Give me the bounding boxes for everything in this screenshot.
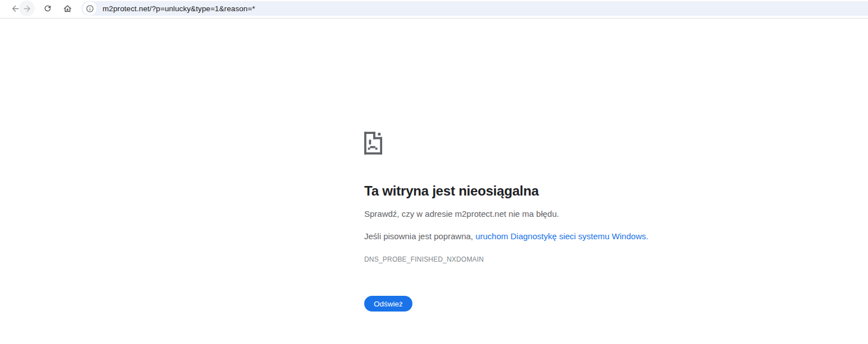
error-code: DNS_PROBE_FINISHED_NXDOMAIN bbox=[364, 255, 700, 263]
reload-icon bbox=[43, 4, 52, 13]
hint-text: Sprawdź, czy w adresie m2protect.net nie… bbox=[364, 209, 559, 219]
back-arrow-icon bbox=[11, 4, 20, 13]
refresh-button[interactable]: Odśwież bbox=[364, 296, 412, 312]
reload-button[interactable] bbox=[40, 1, 55, 16]
site-info-button[interactable] bbox=[83, 2, 96, 15]
error-title: Ta witryna jest nieosiągalna bbox=[364, 183, 700, 199]
home-button[interactable] bbox=[59, 1, 75, 16]
hint-prefix: Jeśli pisownia jest poprawna, bbox=[364, 231, 475, 241]
site-info-icon bbox=[86, 4, 94, 13]
home-icon bbox=[63, 4, 72, 13]
sad-file-icon bbox=[364, 131, 382, 155]
forward-arrow-icon bbox=[22, 4, 32, 13]
network-diagnostics-link[interactable]: uruchom Diagnostykę sieci systemu Window… bbox=[475, 231, 648, 241]
button-row: Odśwież bbox=[364, 296, 700, 312]
error-page: Ta witryna jest nieosiągalna Sprawdź, cz… bbox=[0, 18, 868, 343]
error-hint-line2: Jeśli pisownia jest poprawna, uruchom Di… bbox=[364, 231, 700, 242]
address-bar[interactable]: m2protect.net/?p=unlucky&type=1&reason=* bbox=[81, 1, 868, 16]
browser-toolbar: m2protect.net/?p=unlucky&type=1&reason=* bbox=[0, 0, 868, 18]
forward-button[interactable] bbox=[19, 1, 35, 16]
url-text[interactable]: m2protect.net/?p=unlucky&type=1&reason=* bbox=[103, 4, 255, 13]
error-content: Ta witryna jest nieosiągalna Sprawdź, cz… bbox=[364, 131, 700, 312]
error-hint-line1: Sprawdź, czy w adresie m2protect.net nie… bbox=[364, 208, 700, 220]
